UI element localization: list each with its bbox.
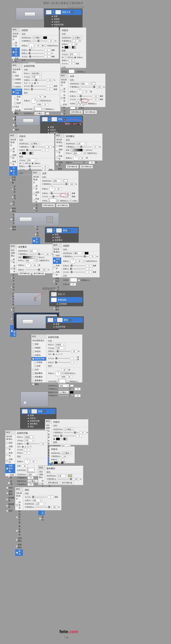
layer-style-color-overlay-6: 样式 混合选项:默认 内发光 斜面和浮雕 颜色叠加 描边 颜色叠加 颜色 混合模…: [38, 466, 83, 485]
layer-style-inner-shadow-1: 样式 混合选项:默认 投影 内阴影 外发光 内发光 斜面和浮雕 等高线 纹理 光…: [11, 28, 59, 59]
step4-title: 加阴影细节: [42, 287, 56, 291]
blend-dropdown[interactable]: 正片叠底▼: [32, 36, 42, 39]
annotation-oval-contour: [81, 98, 88, 103]
layer-style-stroke-6: 样式 混合选项:默认 内发光 斜面和浮雕 颜色叠加 渐变叠加 图案叠加 描边 描…: [15, 487, 62, 510]
brand-logo: feite.com: [59, 629, 78, 634]
page-title: 复制一层,缩小重新定义图层模式: [43, 1, 83, 5]
camera-preview-2: [16, 116, 40, 126]
gradient-picker[interactable]: [71, 149, 83, 151]
layers-panel-1: ⛓ 形状 2 fxfx 效果 内阴影 内发光 斜面和浮雕 光泽: [44, 8, 83, 30]
layer-style-inner-shadow-3r: 样式 混合选项:默认 投影 内阴影 外发光 内发光 斜面和浮雕 等高线 纹理 光…: [52, 243, 100, 278]
layer-style-bevel-5: 样式 混合选项:默认 投影 内阴影 外发光 内发光 斜面和浮雕 等高线 纹理 光…: [31, 334, 83, 383]
layer-row[interactable]: ⛓ 形状 2 fxfx: [45, 10, 82, 15]
annotation-oval-satin: [60, 193, 68, 197]
layer-style-bevel-1: 样式 混合选项:默认 投影 内阴影 外发光 内发光 斜面和浮雕 等高线 纹理 光…: [11, 63, 61, 112]
layer-style-inner-glow-6: 样式 混合选项:默认 投影 内阴影 外发光 内发光 斜面和浮雕 颜色叠加 描边 …: [45, 419, 88, 445]
layer-style-inner-glow-2: 样式 混合选项:默认 投影 内阴影 外发光 内发光 斜面和浮雕 等高线 纹理 光…: [9, 133, 54, 170]
layer-style-gradient-2: 样式 混合选项:默认 投影 内阴影 外发光 内发光 斜面和浮雕 光泽 颜色叠加 …: [55, 133, 103, 161]
angle-dial[interactable]: [29, 43, 34, 48]
layer-style-satin-2: 样式 混合选项:默认 投影 内阴影 外发光 内发光 斜面和浮雕 等高线 纹理 光…: [32, 170, 79, 203]
svg-line-0: [35, 292, 45, 298]
color-swatch[interactable]: [43, 36, 47, 39]
camera-preview-6: [20, 392, 48, 407]
layer-style-inner-glow-6b: 内发光 混合模式(B):正片叠底▼ 不透明度(O):134 杂色(N):0: [49, 446, 75, 463]
annotation-oval-fill: [64, 120, 83, 124]
layers-panel-5: ⛓形状fx 效果 斜面和浮雕: [46, 316, 84, 329]
camera-preview-1: [16, 8, 44, 20]
reset-default-button[interactable]: 复位为默认值: [84, 110, 97, 114]
layers-panel-3: ⛓形状fx 效果 内阴影 渐变叠加: [45, 227, 79, 242]
make-default-button[interactable]: 设置为默认值: [70, 110, 83, 114]
annotation-arrow: [34, 291, 47, 300]
layer-style-gradient-3: 样式 混合选项:默认 投影 内阴影 外发光 内发光 斜面和浮雕 光泽 颜色叠加 …: [10, 244, 53, 274]
layers-panel-4: 形状 11 智能滤镜 高斯模糊: [49, 291, 83, 306]
layer-style-inner-glow-1: 内发光 结构 混合模式(B):正片叠底▼ 不透明度(O):4% 杂色(N):0%…: [60, 28, 86, 68]
camera-preview-3: [14, 213, 59, 226]
layers-panel-2: ⛓形状fx 填充:▸ 效果 内发光 渐变叠加: [40, 116, 83, 135]
secondary-logo: 7 sc: [64, 636, 68, 639]
